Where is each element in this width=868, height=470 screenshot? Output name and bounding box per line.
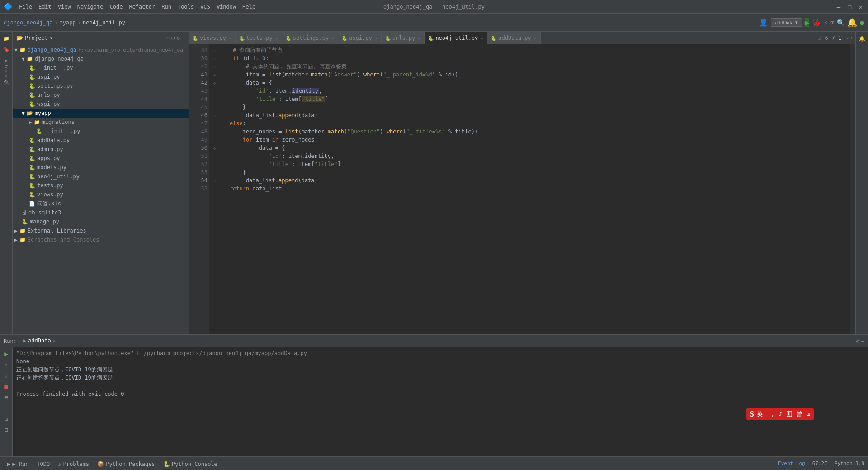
menu-run[interactable]: Run xyxy=(159,3,174,11)
run-wrap-button[interactable]: ≡ xyxy=(2,393,11,402)
menu-tools[interactable]: Tools xyxy=(175,3,197,11)
project-title-label: Project xyxy=(25,35,48,41)
menu-navigate[interactable]: Navigate xyxy=(75,3,106,11)
run-play-button[interactable]: ▶ xyxy=(2,349,11,358)
tab-neo4j[interactable]: 🐍 neo4j_util.py ✕ xyxy=(425,32,487,44)
menu-vcs[interactable]: VCS xyxy=(198,3,213,11)
profile-button[interactable]: ⚡ xyxy=(824,19,827,26)
bottom-tab-problems[interactable]: ⚠ Problems xyxy=(54,457,93,470)
menu-file[interactable]: File xyxy=(16,3,35,11)
code-line-48: zero_nodes = list(matcher.match("Questio… xyxy=(213,128,846,136)
tree-item-init[interactable]: 🐍 __init__.py xyxy=(13,63,189,72)
run-panel: Run: ▶ addData ✕ ⚙ — ▶ ↑ ↓ ■ ≡ ⊞ ⊟ "D:\P… xyxy=(0,334,868,456)
right-icon-notifications[interactable]: 🔔 xyxy=(857,33,867,43)
sidebar-icon-bookmark[interactable]: 🔖 xyxy=(1,44,11,54)
tree-item-settings[interactable]: 🐍 settings.py xyxy=(13,81,189,90)
tab-close-adddata[interactable]: ✕ xyxy=(534,36,537,41)
tree-item-asgi[interactable]: 🐍 asgi.py xyxy=(13,72,189,81)
tree-item-models[interactable]: 🐍 models.py xyxy=(13,163,189,172)
project-minimize-icon[interactable]: — xyxy=(182,35,185,41)
tree-item-initpy2[interactable]: 🐍 __init__.py xyxy=(13,127,189,136)
breadcrumb-module[interactable]: myapp xyxy=(60,19,76,26)
run-stop-button[interactable]: ■ xyxy=(2,382,11,391)
tree-item-myapp[interactable]: ▼ 📂 myapp xyxy=(13,109,189,118)
tree-item-neo4j[interactable]: 🐍 neo4j_util.py xyxy=(13,172,189,181)
tree-item-manage[interactable]: 🐍 manage.py xyxy=(13,217,189,226)
run-tab-close[interactable]: ✕ xyxy=(53,338,56,343)
menu-help[interactable]: Help xyxy=(240,3,258,11)
debug-button[interactable]: 🐞 xyxy=(812,18,821,27)
tree-item-tests[interactable]: 🐍 tests.py xyxy=(13,181,189,190)
tab-close-asgi[interactable]: ✕ xyxy=(375,36,377,41)
run-filter-button[interactable]: ⊟ xyxy=(2,425,11,434)
menu-window[interactable]: Window xyxy=(214,3,239,11)
python-version[interactable]: Python 3.8 xyxy=(835,461,864,466)
tab-settings[interactable]: 🐍 settings.py ✕ xyxy=(282,32,339,44)
tab-close-tests[interactable]: ✕ xyxy=(275,36,278,41)
global-search-button[interactable]: 🔍 xyxy=(837,19,844,26)
tab-close-views[interactable]: ✕ xyxy=(229,36,231,41)
coverage-button[interactable]: ⊞ xyxy=(830,19,834,26)
tab-end-buttons: ⚠ 6 ⚡ 1 ‹ › xyxy=(818,32,855,44)
tree-item-django[interactable]: ▼ 📁 django_neo4j_qa xyxy=(13,54,189,63)
tab-close-urls[interactable]: ✕ xyxy=(418,36,420,41)
notification-icon[interactable]: 🔔 xyxy=(847,18,857,27)
run-up-button[interactable]: ↑ xyxy=(2,360,11,369)
breadcrumb-project[interactable]: django_neo4j_qa xyxy=(4,19,52,26)
tree-item-views[interactable]: 🐍 views.py xyxy=(13,190,189,199)
run-scroll-button[interactable]: ⊞ xyxy=(2,414,11,423)
sidebar-icon-run[interactable]: ▶ xyxy=(1,55,11,65)
tab-tests[interactable]: 🐍 tests.py ✕ xyxy=(236,32,282,44)
tree-item-migrations[interactable]: ▶ 📁 migrations xyxy=(13,118,189,127)
run-minimize-icon[interactable]: — xyxy=(861,338,864,344)
minimize-button[interactable]: — xyxy=(835,3,842,10)
close-button[interactable]: ✕ xyxy=(857,3,864,10)
bottom-tab-todo[interactable]: TODO xyxy=(33,457,53,470)
line-num-53: 53 xyxy=(191,168,208,176)
tree-item-apps[interactable]: 🐍 apps.py xyxy=(13,154,189,163)
menu-code[interactable]: Code xyxy=(107,3,126,11)
code-content-42: data = { xyxy=(220,79,272,87)
run-button[interactable]: ▶ xyxy=(805,18,810,27)
project-settings-icon[interactable]: ⚙ xyxy=(177,35,180,41)
tree-item-db[interactable]: 🗄 db.sqlite3 xyxy=(13,208,189,217)
tab-asgi[interactable]: 🐍 asgi.py ✕ xyxy=(338,32,382,44)
sidebar-icon-project[interactable]: 📁 xyxy=(1,33,11,43)
project-locate-icon[interactable]: ⊕ xyxy=(166,35,170,41)
tab-urls[interactable]: 🐍 urls.py ✕ xyxy=(382,32,425,44)
run-down-button[interactable]: ↓ xyxy=(2,371,11,380)
tab-close-settings[interactable]: ✕ xyxy=(331,36,334,41)
project-collapse-icon[interactable]: ⊟ xyxy=(171,35,175,41)
menu-edit[interactable]: Edit xyxy=(36,3,54,11)
tree-item-xls[interactable]: 📄 问答.xls xyxy=(13,199,189,208)
bottom-tab-run-label: ▶ Run xyxy=(12,461,28,467)
run-tab-adddata[interactable]: ▶ addData ✕ xyxy=(20,335,58,347)
event-log-link[interactable]: Event Log xyxy=(778,461,805,466)
tree-item-admin[interactable]: 🐍 admin.py xyxy=(13,145,189,154)
run-settings-icon[interactable]: ⚙ xyxy=(856,338,859,344)
maximize-button[interactable]: ❐ xyxy=(846,3,853,10)
sidebar-icon-learn[interactable]: Learn xyxy=(1,66,11,76)
scroll-tabs-left[interactable]: ‹ xyxy=(846,35,849,41)
bottom-tab-console[interactable]: 🐍 Python Console xyxy=(160,457,221,470)
tab-adddata[interactable]: 🐍 addData.py ✕ xyxy=(487,32,540,44)
tree-item-wsgi[interactable]: 🐍 wsgi.py xyxy=(13,100,189,109)
tab-close-neo4j[interactable]: ✕ xyxy=(481,36,483,41)
user-icon[interactable]: 👤 xyxy=(759,18,768,27)
bottom-tab-run[interactable]: ▶ ▶ Run xyxy=(4,457,32,470)
code-area[interactable]: ⬦ # 查询所有的子节点 ⬦ if id != 0: ⬦ # 具体的问题, 先查… xyxy=(209,44,850,334)
tree-item-urls[interactable]: 🐍 urls.py xyxy=(13,90,189,100)
menu-refactor[interactable]: Refactor xyxy=(126,3,158,11)
tree-item-root[interactable]: ▼ 📁 django_neo4j_qa F:\pycharm_projects\… xyxy=(13,45,189,54)
tree-py-icon-manage: 🐍 xyxy=(22,219,28,225)
tab-views[interactable]: 🐍 views.py ✕ xyxy=(189,32,236,44)
menu-view[interactable]: View xyxy=(55,3,74,11)
sidebar-icon-plugins[interactable]: 🔌 xyxy=(1,77,11,87)
project-title-button[interactable]: 📂 Project ▾ xyxy=(16,35,53,41)
bottom-tab-packages[interactable]: 📦 Python Packages xyxy=(94,457,158,470)
tree-item-external[interactable]: ▶ 📁 External Libraries xyxy=(13,226,189,235)
tree-item-scratches[interactable]: ▶ 📁 Scratches and Consoles xyxy=(13,235,189,244)
tree-item-adddata[interactable]: 🐍 addData.py xyxy=(13,136,189,145)
scroll-tabs-right[interactable]: › xyxy=(850,35,854,41)
run-config-button[interactable]: addData ▾ xyxy=(771,18,802,27)
